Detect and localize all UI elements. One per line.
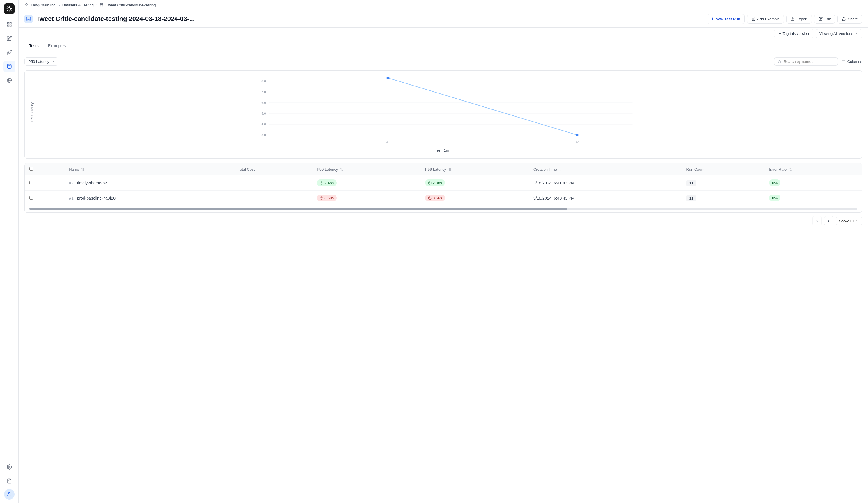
- p50-badge: 8.50s: [317, 195, 337, 201]
- columns-label: Columns: [847, 59, 862, 64]
- p99-latency-column-header[interactable]: P99 Latency ⇅: [421, 164, 529, 176]
- sidebar-item-edit[interactable]: [3, 33, 15, 44]
- breadcrumb-org-icon: [24, 3, 29, 7]
- p50-sort-icon: ⇅: [340, 167, 343, 172]
- search-box[interactable]: [774, 57, 838, 66]
- row-checkbox-cell: [25, 176, 64, 190]
- p99-badge: 8.56s: [425, 195, 445, 201]
- viewing-versions-label: Viewing All Versions: [819, 31, 853, 36]
- row-id-name-cell: #1 prod-baseline-7a3f20: [64, 190, 233, 206]
- scroll-bar-thumb[interactable]: [29, 208, 567, 210]
- row-p50-latency-cell: 8.50s: [312, 190, 421, 206]
- breadcrumb-org[interactable]: LangChain Inc.: [31, 3, 56, 7]
- export-label: Export: [796, 17, 807, 21]
- run-count-column-header: Run Count: [681, 164, 764, 176]
- add-example-icon: [751, 17, 755, 21]
- plus-small-icon: +: [778, 31, 781, 36]
- chevron-down-icon: [855, 32, 858, 35]
- content-area: P50 Latency: [19, 52, 868, 503]
- show-count-select[interactable]: Show 10: [836, 217, 862, 225]
- p50-latency-column-header[interactable]: P50 Latency ⇅: [312, 164, 421, 176]
- share-button[interactable]: Share: [837, 14, 862, 23]
- sidebar: [0, 0, 19, 503]
- row-checkbox[interactable]: [29, 196, 33, 200]
- svg-text:5.0: 5.0: [261, 112, 266, 115]
- sidebar-item-database[interactable]: [3, 61, 15, 72]
- horizontal-scrollbar[interactable]: [25, 206, 862, 212]
- total-cost-column-header: Total Cost: [233, 164, 312, 176]
- svg-text:3.0: 3.0: [261, 133, 266, 137]
- tag-version-button[interactable]: + Tag this version: [774, 29, 813, 38]
- svg-text:4.0: 4.0: [261, 123, 266, 126]
- header-row2: + Tag this version Viewing All Versions: [19, 28, 868, 40]
- chart-dot-2: [576, 134, 579, 136]
- sidebar-item-grid[interactable]: [3, 19, 15, 30]
- row-creation-time-cell: 3/18/2024, 6:41:43 PM: [529, 176, 681, 190]
- columns-button[interactable]: Columns: [841, 59, 862, 64]
- select-all-checkbox[interactable]: [29, 167, 33, 171]
- error-rate-column-header[interactable]: Error Rate ⇅: [764, 164, 862, 176]
- breadcrumb-sep-1: ›: [59, 3, 60, 7]
- name-sort-icon: ⇅: [81, 167, 84, 172]
- export-button[interactable]: Export: [786, 14, 812, 23]
- sidebar-item-globe[interactable]: [3, 74, 15, 86]
- breadcrumb-current: Tweet Critic-candidate-testing ...: [106, 3, 160, 7]
- header-left: Tweet Critic-candidate-testing 2024-03-1…: [24, 15, 195, 23]
- next-page-button[interactable]: [824, 216, 833, 226]
- svg-rect-3: [7, 25, 9, 27]
- table-row: #2 timely-shame-82 2.48s 2.96s 3/18/2024…: [25, 176, 862, 190]
- svg-point-11: [8, 492, 10, 494]
- svg-point-14: [752, 17, 755, 18]
- edit-button[interactable]: Edit: [814, 14, 835, 23]
- user-avatar[interactable]: [4, 489, 14, 500]
- sidebar-item-document[interactable]: [3, 475, 15, 487]
- chart-container: P50 Latency 8.0 7.0 6.0 5.0 4.0 3.0: [24, 70, 862, 159]
- show-chevron-icon: [856, 219, 859, 222]
- show-count-label: Show 10: [839, 219, 854, 223]
- svg-rect-4: [10, 25, 11, 27]
- new-test-run-button[interactable]: + New Test Run: [707, 14, 745, 24]
- svg-point-12: [100, 3, 103, 4]
- row-run-count-cell: 11: [681, 176, 764, 190]
- row-p99-latency-cell: 2.96s: [421, 176, 529, 190]
- share-label: Share: [848, 17, 858, 21]
- prev-page-button[interactable]: [813, 216, 822, 226]
- metric-dropdown[interactable]: P50 Latency: [24, 57, 58, 66]
- row-error-rate-cell: 0%: [764, 176, 862, 190]
- pagination: Show 10: [24, 216, 862, 226]
- chart-line: [388, 78, 577, 135]
- table-header-row: Name ⇅ Total Cost P50 Latency ⇅ P99 Late…: [25, 164, 862, 176]
- run-count-badge: 11: [686, 195, 696, 201]
- breadcrumb-section[interactable]: Datasets & Testing: [62, 3, 94, 7]
- tab-tests[interactable]: Tests: [24, 40, 43, 52]
- svg-point-5: [7, 64, 11, 66]
- sidebar-item-rocket[interactable]: [3, 46, 15, 58]
- svg-point-13: [27, 17, 30, 18]
- run-number: #2: [69, 181, 74, 185]
- name-column-header[interactable]: Name ⇅: [64, 164, 233, 176]
- row-id-name-cell: #2 timely-shame-82: [64, 176, 233, 190]
- main-content: LangChain Inc. › Datasets & Testing › Tw…: [19, 0, 868, 503]
- chart-svg: 8.0 7.0 6.0 5.0 4.0 3.0: [37, 76, 856, 146]
- row-checkbox-cell: [25, 190, 64, 206]
- search-input[interactable]: [784, 59, 834, 64]
- p99-badge: 2.96s: [425, 179, 445, 186]
- app-logo[interactable]: [4, 3, 14, 14]
- chart-dot-1: [387, 76, 390, 80]
- columns-icon: [841, 60, 846, 64]
- tab-examples[interactable]: Examples: [43, 40, 70, 52]
- svg-point-0: [8, 7, 10, 10]
- creation-time-column-header[interactable]: Creation Time ↓: [529, 164, 681, 176]
- p99-sort-icon: ⇅: [448, 167, 452, 172]
- export-icon: [790, 17, 795, 21]
- row-creation-time-cell: 3/18/2024, 6:40:43 PM: [529, 190, 681, 206]
- page-icon: [24, 15, 33, 23]
- row-total-cost-cell: [233, 176, 312, 190]
- viewing-versions-button[interactable]: Viewing All Versions: [816, 29, 862, 38]
- sidebar-item-settings[interactable]: [3, 461, 15, 473]
- svg-line-18: [780, 62, 781, 63]
- row-checkbox[interactable]: [29, 181, 33, 185]
- add-example-button[interactable]: Add Example: [747, 14, 784, 23]
- creation-sort-icon: ↓: [559, 167, 561, 172]
- run-name: prod-baseline-7a3f20: [77, 196, 115, 200]
